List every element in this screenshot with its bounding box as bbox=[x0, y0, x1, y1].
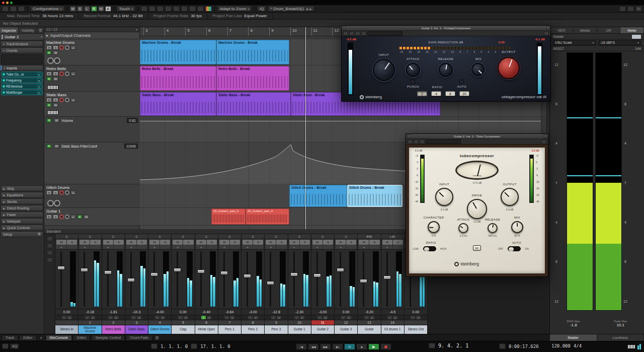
solo-button[interactable]: S bbox=[53, 98, 58, 102]
record-arm-button[interactable] bbox=[59, 98, 64, 102]
channel-name[interactable]: Static Bass bbox=[125, 325, 148, 334]
transport-edit-icon[interactable] bbox=[2, 343, 9, 349]
right-locator-display[interactable]: 17. 1. 1. 0 bbox=[200, 344, 230, 349]
time-format-icon[interactable] bbox=[499, 343, 506, 349]
cycle-button[interactable]: ↻ bbox=[344, 343, 355, 350]
track-row-retro-bells[interactable]: Retro Bells M S e R W bbox=[44, 65, 140, 92]
channel-level-value[interactable]: -3.00 bbox=[311, 309, 334, 315]
attack-knob[interactable] bbox=[458, 223, 468, 233]
tubecompressor-window[interactable]: Guitar 2: Ins. 1 - Tube Compressor 0.0 d… bbox=[406, 133, 548, 277]
mixer-settings-icon[interactable] bbox=[47, 236, 53, 241]
read-icon[interactable] bbox=[414, 139, 419, 144]
write-automation-button[interactable]: W bbox=[53, 77, 58, 81]
midi-clip[interactable]: Glitch Drums - Break bbox=[289, 185, 347, 207]
left-locator-display[interactable]: 1. 1. 1. 0 bbox=[160, 344, 188, 349]
solo-button[interactable]: S bbox=[230, 240, 240, 245]
channel-option-button[interactable] bbox=[90, 245, 100, 249]
section-trackversions[interactable]: ▾ TrackVersions bbox=[1, 41, 43, 47]
channel-level-value[interactable]: 0.00 bbox=[55, 309, 78, 315]
close-plugin-icon[interactable] bbox=[407, 134, 410, 137]
tab-master[interactable]: Master bbox=[550, 334, 597, 341]
channel-level-value[interactable]: 0.00 bbox=[172, 309, 194, 315]
playhead-cursor[interactable] bbox=[305, 27, 306, 229]
chevron-right-icon[interactable]: ▶ bbox=[309, 7, 312, 11]
rewind-button[interactable]: ◀◀ bbox=[308, 343, 319, 350]
tab-visibility[interactable]: Visibility bbox=[19, 27, 37, 33]
read-icon[interactable] bbox=[349, 31, 354, 36]
solo-button[interactable]: S bbox=[114, 240, 124, 245]
solo-button[interactable]: S bbox=[393, 240, 403, 245]
edit-channel-button[interactable]: e bbox=[359, 245, 369, 249]
channel-option-button[interactable] bbox=[207, 245, 217, 249]
ratio-button[interactable]: 8 bbox=[445, 91, 455, 96]
ratio-button[interactable]: 4 bbox=[431, 91, 441, 96]
fader-handle[interactable] bbox=[244, 274, 251, 278]
meter-source-label[interactable]: Master bbox=[553, 35, 564, 38]
solo-button[interactable]: S bbox=[253, 240, 263, 245]
plugin-menu-icon[interactable] bbox=[544, 134, 547, 137]
fader-handle[interactable] bbox=[150, 272, 158, 276]
read-automation-button[interactable]: r bbox=[271, 316, 276, 319]
write-automation-button[interactable]: w bbox=[370, 316, 374, 319]
channel-name[interactable]: Guitar 3 bbox=[335, 325, 357, 334]
mute-button[interactable]: M bbox=[79, 240, 90, 245]
edit-channel-button[interactable]: e bbox=[382, 245, 392, 249]
chevron-left-icon[interactable]: ◀ bbox=[306, 7, 308, 11]
write-automation-button[interactable]: w bbox=[137, 316, 141, 319]
play-button[interactable]: ▶ bbox=[368, 343, 379, 350]
glue-tool-icon[interactable] bbox=[165, 6, 172, 12]
read-automation-button[interactable]: r bbox=[364, 316, 369, 319]
read-automation-button[interactable]: r bbox=[155, 316, 159, 319]
read-automation-button[interactable]: r bbox=[224, 316, 229, 319]
tab-chord-pads[interactable]: Chord Pads bbox=[126, 335, 152, 341]
pan-control[interactable]: C bbox=[218, 234, 241, 239]
channel-option-button[interactable] bbox=[137, 245, 147, 249]
audio-clip[interactable]: 23_Guitar1_part_4 bbox=[246, 208, 289, 225]
close-toolbar-icon[interactable]: × bbox=[635, 6, 642, 12]
solo-button[interactable]: S bbox=[346, 240, 356, 245]
punch-button[interactable] bbox=[411, 80, 415, 84]
mixer-channel-strip[interactable]: C M S e -3.00 r w 8 bbox=[242, 234, 265, 334]
write-icon[interactable] bbox=[420, 139, 425, 144]
channel-level-value[interactable]: -0.84 bbox=[218, 309, 241, 315]
edit-channel-button[interactable]: e bbox=[196, 245, 206, 249]
midi-clip[interactable]: Machine Drums - Break bbox=[140, 40, 216, 64]
edit-channel-button[interactable]: e bbox=[126, 245, 136, 249]
record-arm-button[interactable] bbox=[59, 190, 64, 195]
configurations-dropdown[interactable]: Configurations ▾ bbox=[30, 6, 64, 12]
chevron-down-icon[interactable]: ▾ bbox=[136, 28, 137, 31]
zone-settings-icon[interactable]: ⚙ bbox=[153, 335, 160, 340]
inspector-section[interactable]: ▶ Strip bbox=[1, 185, 43, 191]
midi-clip-selected[interactable]: Glitch Drums - Break bbox=[347, 185, 403, 207]
solo-button[interactable]: S bbox=[160, 240, 170, 245]
inspector-section[interactable]: ▶ Quick Controls bbox=[1, 225, 43, 231]
solo-button[interactable]: S bbox=[67, 240, 77, 245]
close-plugin-icon[interactable] bbox=[343, 26, 346, 29]
input-knob[interactable] bbox=[435, 188, 453, 206]
fader-handle[interactable] bbox=[197, 269, 205, 273]
channel-name[interactable]: HiHat Open bbox=[195, 325, 218, 334]
insert-edit-icon[interactable]: e bbox=[37, 85, 41, 89]
edit-channel-button[interactable]: e bbox=[70, 45, 76, 50]
draw-tool-icon[interactable] bbox=[197, 6, 204, 12]
channel-name[interactable]: Machine Drums bbox=[78, 325, 101, 334]
monitor-button[interactable] bbox=[65, 215, 69, 219]
edit-channel-button[interactable]: e bbox=[70, 72, 76, 76]
mixer-channel-strip[interactable]: C M S e -4.00 r w 4 bbox=[148, 234, 172, 334]
read-automation-button[interactable]: R bbox=[46, 103, 52, 107]
edit-channel-button[interactable]: e bbox=[70, 190, 76, 195]
mute-button[interactable]: M bbox=[56, 240, 66, 245]
mute-button[interactable]: M bbox=[219, 240, 229, 245]
io-channels-folder[interactable]: ▸ Input/Output Channels bbox=[44, 32, 139, 39]
mixer-channel-strip[interactable]: C M S e -12.8 r w 9 bbox=[265, 234, 288, 334]
redo-icon[interactable] bbox=[18, 6, 25, 12]
channel-level-value[interactable]: -1.81 bbox=[102, 309, 125, 315]
track-row-static-bass[interactable]: Static Bass M S e R W bbox=[44, 92, 140, 117]
close-window-icon[interactable] bbox=[2, 2, 5, 4]
rack-config-label[interactable]: Standard bbox=[46, 230, 60, 233]
write-automation-button[interactable]: w bbox=[207, 316, 211, 319]
pan-control[interactable]: C bbox=[242, 234, 264, 239]
ab-compare-icon[interactable] bbox=[361, 31, 366, 36]
fader-handle[interactable] bbox=[337, 268, 344, 272]
write-automation-button[interactable]: w bbox=[230, 316, 234, 319]
